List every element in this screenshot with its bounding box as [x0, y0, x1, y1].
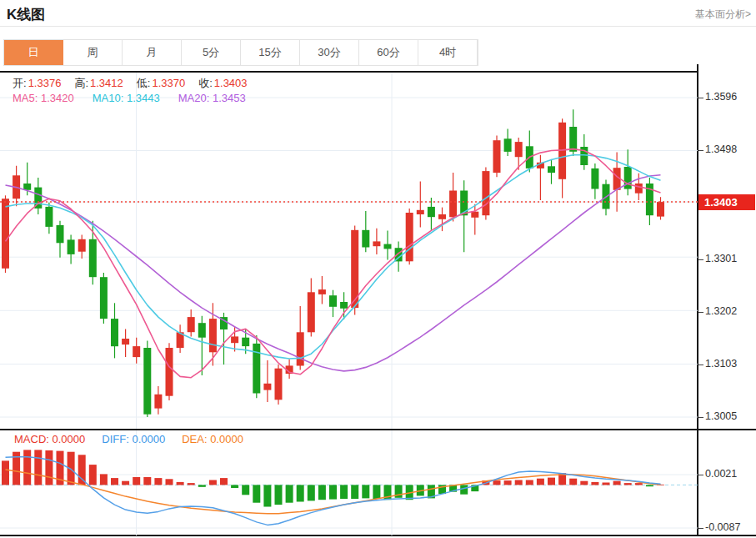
- candle: [100, 273, 108, 324]
- candle: [384, 230, 392, 259]
- candle: [373, 229, 380, 254]
- macd-bar: [111, 478, 118, 485]
- tab-30分[interactable]: 30分: [300, 40, 359, 65]
- dea-label: DEA:: [182, 433, 207, 445]
- axis-tick-label: 1.3498: [705, 143, 737, 155]
- macd-bar: [209, 480, 217, 485]
- current-price-tag: 1.3403: [698, 194, 755, 210]
- macd-bar: [569, 479, 577, 485]
- macd-bar: [263, 485, 271, 506]
- macd-bar: [351, 485, 358, 499]
- macd-bar: [537, 479, 544, 485]
- macd-bar: [548, 478, 555, 485]
- candle: [143, 341, 151, 417]
- ma10-value: 1.3443: [127, 92, 160, 104]
- candle: [395, 241, 403, 271]
- macd-histogram: [2, 450, 664, 506]
- macd-bar: [591, 482, 598, 485]
- macd-bar: [188, 483, 195, 485]
- candle: [362, 211, 369, 252]
- tab-5分[interactable]: 5分: [182, 40, 241, 65]
- macd-bar: [297, 485, 304, 501]
- axis-tick-mark: [698, 312, 703, 313]
- high-value: 1.3412: [90, 77, 123, 89]
- axis-tick-mark: [698, 475, 703, 475]
- macd-bar: [308, 485, 315, 500]
- low-label: 低:: [137, 77, 151, 89]
- tab-60分[interactable]: 60分: [359, 40, 418, 65]
- header-divider: [0, 26, 756, 27]
- axis-tick-label: 1.3103: [705, 358, 737, 370]
- page-title: K线图: [7, 5, 45, 24]
- ma-legend: MA5: 1.3420 MA10: 1.3443 MA20: 1.3453: [13, 92, 246, 104]
- fundamental-analysis-link[interactable]: 基本面分析>: [695, 8, 751, 22]
- tab-4时[interactable]: 4时: [418, 40, 478, 65]
- diff-value: 0.0000: [132, 433, 165, 445]
- axis-tick-mark: [698, 259, 703, 260]
- macd-bar: [318, 485, 326, 500]
- ma10-label: MA10:: [93, 92, 124, 104]
- ma20-label: MA20:: [178, 92, 210, 104]
- tab-周[interactable]: 周: [63, 40, 123, 65]
- macd-bar: [198, 485, 206, 486]
- axis-tick-label: 1.3202: [705, 305, 737, 317]
- candle: [286, 360, 293, 379]
- tab-15分[interactable]: 15分: [241, 40, 300, 65]
- high-label: 高:: [74, 77, 88, 89]
- axis-tick-mark: [698, 98, 703, 98]
- macd-label: MACD:: [14, 433, 49, 445]
- candle: [89, 221, 97, 284]
- candle: [504, 129, 512, 156]
- axis-tick-mark: [698, 417, 703, 418]
- macd-bar: [493, 480, 501, 485]
- macd-bar: [231, 485, 238, 488]
- candle: [188, 309, 195, 336]
- macd-bar: [89, 465, 97, 485]
- macd-bar: [603, 483, 610, 485]
- macd-bar: [45, 450, 53, 485]
- axis-tick-label: 0.0021: [705, 468, 737, 480]
- candle: [166, 343, 173, 400]
- close-value: 1.3403: [214, 77, 248, 89]
- diff-label: DIFF:: [102, 433, 129, 445]
- macd-bar: [504, 480, 512, 485]
- macd-plot: [0, 430, 698, 535]
- macd-bar: [275, 485, 283, 505]
- candle: [657, 197, 664, 219]
- macd-bar: [646, 485, 653, 486]
- tab-日[interactable]: 日: [4, 40, 63, 65]
- macd-bar: [100, 474, 108, 485]
- period-tabbar: 日周月5分15分30分60分4时: [3, 39, 478, 66]
- candle: [133, 338, 140, 364]
- axis-tick-mark: [698, 365, 703, 365]
- candle: [297, 306, 304, 370]
- axis-tick-mark: [698, 528, 703, 529]
- macd-bar: [133, 477, 140, 485]
- macd-bar: [580, 481, 588, 485]
- dea-value: 0.0000: [210, 433, 243, 445]
- candle: [449, 173, 457, 221]
- macd-bar: [23, 450, 31, 485]
- candle: [460, 180, 468, 252]
- open-label: 开:: [13, 77, 27, 89]
- macd-bar: [143, 477, 151, 485]
- macd-bar: [286, 485, 293, 502]
- macd-bar: [78, 455, 86, 485]
- macd-bar: [2, 460, 9, 485]
- ma5-label: MA5:: [13, 92, 38, 104]
- candle: [2, 195, 9, 273]
- macd-bar: [635, 483, 643, 485]
- macd-bar: [329, 485, 337, 499]
- ma20-value: 1.3453: [213, 92, 246, 104]
- candle: [13, 166, 20, 207]
- candles: [2, 109, 664, 417]
- tab-月[interactable]: 月: [123, 40, 182, 65]
- low-value: 1.3370: [152, 77, 185, 89]
- candle: [482, 168, 489, 220]
- axis-tick-mark: [698, 150, 703, 151]
- candle: [591, 163, 598, 199]
- candle: [471, 204, 478, 235]
- candle: [275, 365, 283, 405]
- macd-bar: [34, 450, 42, 485]
- candle: [308, 279, 315, 337]
